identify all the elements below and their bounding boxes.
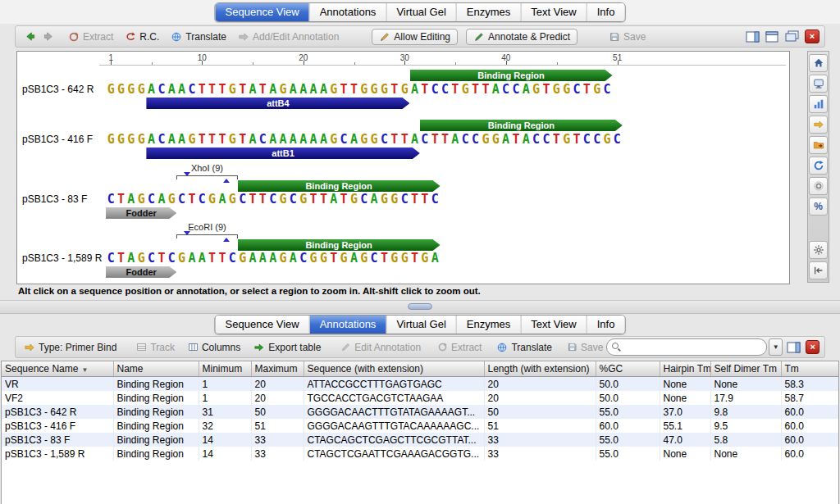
translate-button[interactable]: Translate <box>167 30 230 44</box>
table-row-psb1c3-416-f[interactable]: pSB1C3 - 416 FBinding Region3251GGGGACAA… <box>2 419 839 433</box>
column-header-length-with-extension[interactable]: Length (with extension) <box>484 361 596 377</box>
annotation-arrow-fodder[interactable]: Fodder <box>106 207 176 219</box>
sequence-text[interactable]: GGGGACAAGTTTGTACAAAAAAGCAGGCTTACTTACCGGA… <box>106 133 623 146</box>
settings-button[interactable] <box>809 241 828 259</box>
annotation-arrow-binding-region[interactable]: Binding Region <box>238 180 441 192</box>
pane-view-button[interactable] <box>764 30 780 44</box>
sequence-text[interactable]: GGGGACAACTTTGTATAGAAAAGTTGGGTGATCCTGTTAC… <box>106 83 612 96</box>
tab-virtual-gel[interactable]: Virtual Gel <box>386 3 455 21</box>
monitor-button[interactable] <box>809 75 828 93</box>
column-header-hairpin-tm[interactable]: Hairpin Tm <box>660 361 710 377</box>
export-folder-button[interactable] <box>809 136 828 154</box>
annotation-arrow-attb4[interactable]: attB4 <box>146 98 409 109</box>
search-input[interactable] <box>624 341 759 354</box>
table-cell: 55.1 <box>660 419 710 433</box>
pane-splitter[interactable] <box>0 300 840 314</box>
table-cell: 60.0 <box>781 405 839 419</box>
column-header-sequence-name[interactable]: Sequence Name▼ <box>2 361 113 377</box>
column-header-maximum[interactable]: Maximum <box>251 361 304 377</box>
close-button[interactable]: × <box>805 30 819 43</box>
annotate-predict-button[interactable]: Annotate & Predict <box>466 29 578 45</box>
tab-info[interactable]: Info <box>587 316 625 334</box>
annotation-arrow-fodder[interactable]: Fodder <box>106 266 176 278</box>
annotation-arrow-binding-region[interactable]: Binding Region <box>238 239 441 251</box>
tab-enzymes[interactable]: Enzymes <box>456 316 520 334</box>
splitter-handle[interactable] <box>408 303 432 310</box>
split-columns-button-bottom[interactable] <box>786 340 801 355</box>
table-cell: 55.0 <box>596 447 660 461</box>
table-row-vf2[interactable]: VF2Binding Region120TGCCACCTGACGTCTAAGAA… <box>2 391 839 405</box>
gear-icon <box>813 244 824 256</box>
monitor-icon <box>813 78 824 89</box>
translate-button-bottom[interactable]: Translate <box>493 340 555 355</box>
tab-enzymes[interactable]: Enzymes <box>456 3 520 21</box>
annotate-predict-label: Annotate & Predict <box>488 31 570 43</box>
top-tab-bar: Sequence ViewAnnotationsVirtual GelEnzym… <box>215 2 626 22</box>
edit-annotation-button[interactable]: Edit Annotation <box>337 340 424 355</box>
translate-label-bottom: Translate <box>511 342 552 353</box>
enzyme-site-label[interactable]: EcoRI (9) <box>152 222 262 233</box>
sequence-toolbar: Extract R.C. Translate Add/Edit Annotati… <box>15 25 825 48</box>
add-edit-annotation-button[interactable]: Add/Edit Annotation <box>235 30 342 44</box>
table-row-psb1c3-642-r[interactable]: pSB1C3 - 642 RBinding Region3150GGGGACAA… <box>2 405 839 419</box>
forward-arrow-icon <box>43 30 55 43</box>
chart-button[interactable] <box>809 95 828 113</box>
columns-label: Columns <box>202 342 240 353</box>
annotation-arrow-binding-region[interactable]: Binding Region <box>420 120 623 131</box>
search-dropdown-button[interactable]: ▼ <box>769 338 783 356</box>
tab-sequence-view[interactable]: Sequence View <box>216 3 309 21</box>
refresh-button[interactable] <box>809 157 828 175</box>
tools-button[interactable] <box>809 177 828 195</box>
extract-button[interactable]: Extract <box>65 30 116 44</box>
home-button[interactable] <box>809 54 828 72</box>
table-row-psb1c3-1-589-r[interactable]: pSB1C3 - 1,589 RBinding Region1433CTAGCT… <box>2 447 839 461</box>
table-cell: 37.0 <box>660 405 710 419</box>
column-header-tm[interactable]: Tm <box>781 361 839 377</box>
split-columns-button[interactable] <box>744 30 760 44</box>
table-cell: 33 <box>251 433 304 447</box>
column-header-name[interactable]: Name <box>113 361 199 377</box>
column-header-self-dimer-tm[interactable]: Self Dimer Tm <box>710 361 781 377</box>
table-row-psb1c3-83-f[interactable]: pSB1C3 - 83 FBinding Region1433CTAGCAGCT… <box>2 433 839 447</box>
tab-sequence-view[interactable]: Sequence View <box>216 316 309 334</box>
sequence-text[interactable]: CTAGCAGCTCGAGCTTCGCGTTATGCAGGCTTC <box>106 193 440 206</box>
save-button[interactable]: Save <box>605 30 649 44</box>
tab-text-view[interactable]: Text View <box>520 3 586 21</box>
back-button[interactable] <box>21 29 39 44</box>
track-button[interactable]: Track <box>133 340 178 355</box>
annotation-tool-button[interactable] <box>809 116 828 134</box>
search-field[interactable] <box>606 338 767 356</box>
type-filter-button[interactable]: Type: Primer Bind <box>21 340 120 355</box>
tab-text-view[interactable]: Text View <box>520 316 586 334</box>
new-window-button[interactable] <box>783 30 800 44</box>
tab-annotations[interactable]: Annotations <box>309 316 386 334</box>
annotation-arrow-binding-region[interactable]: Binding Region <box>410 70 613 81</box>
tab-annotations[interactable]: Annotations <box>309 3 386 21</box>
column-header-gc[interactable]: %GC <box>596 361 660 377</box>
annotation-arrow-attb1[interactable]: attB1 <box>146 148 419 159</box>
sequence-view-panel[interactable]: 11020304051pSB1C3 - 642 RGGGGACAACTTTGTA… <box>16 51 790 284</box>
save-button-bottom[interactable]: Save <box>564 340 606 355</box>
percent-button[interactable]: % <box>809 198 828 216</box>
add-edit-annotation-label: Add/Edit Annotation <box>253 31 339 43</box>
export-table-button[interactable]: Export table <box>250 340 324 355</box>
export-icon <box>253 342 265 353</box>
columns-button[interactable]: Columns <box>185 340 244 355</box>
close-button-bottom[interactable]: × <box>806 340 819 354</box>
reverse-complement-button[interactable]: R.C. <box>121 30 162 44</box>
column-header-sequence-with-extension[interactable]: Sequence (with extension) <box>304 361 484 377</box>
tab-info[interactable]: Info <box>587 3 625 21</box>
forward-button[interactable] <box>39 29 58 44</box>
jump-back-button[interactable] <box>809 261 828 279</box>
extract-button-bottom[interactable]: Extract <box>434 340 485 355</box>
column-header-minimum[interactable]: Minimum <box>199 361 251 377</box>
tab-virtual-gel[interactable]: Virtual Gel <box>386 316 455 334</box>
sequence-text[interactable]: CTAGCTCGAATTCGAAAGACGGTGAGCTGGTGA <box>106 252 440 265</box>
sort-indicator-icon: ▼ <box>81 366 88 374</box>
enzyme-site-label[interactable]: XhoI (9) <box>152 163 262 174</box>
table-row-vr[interactable]: VRBinding Region120ATTACCGCCTTTGAGTGAGC2… <box>2 377 839 392</box>
allow-editing-button[interactable]: Allow Editing <box>372 29 458 45</box>
save-label-bottom: Save <box>581 342 603 353</box>
enzyme-cut-mark-bottom <box>223 238 230 242</box>
table-cell: ATTACCGCCTTTGAGTGAGC <box>304 377 484 392</box>
